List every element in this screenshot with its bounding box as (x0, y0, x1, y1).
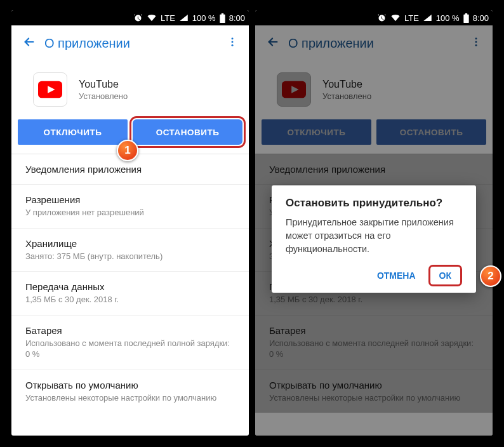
item-sub: 1,35 МБ с 30 дек. 2018 г. (269, 294, 479, 305)
svg-point-4 (475, 37, 477, 39)
item-label: Хранилище (25, 238, 235, 249)
svg-point-1 (232, 41, 234, 43)
item-sub: Занято: 375 МБ (внутр. накопитель) (25, 251, 235, 262)
phone-screenshot-left: LTE 100 % 8:00 О приложении YouTube Уста… (11, 10, 249, 436)
app-name: YouTube (322, 79, 371, 90)
list-item: БатареяИспользовано с момента последней … (255, 316, 493, 370)
action-button-row: ОТКЛЮЧИТЬ ОСТАНОВИТЬ (255, 119, 493, 154)
app-install-status: Установлено (322, 91, 371, 101)
list-item: Уведомления приложения (255, 154, 493, 185)
svg-point-6 (475, 44, 477, 46)
toolbar-title: О приложении (288, 36, 465, 51)
item-sub: 1,35 МБ с 30 дек. 2018 г. (25, 294, 235, 305)
clock: 8:00 (229, 13, 245, 23)
dialog-ok-button[interactable]: ОК (428, 265, 462, 286)
signal-icon (179, 13, 189, 22)
settings-list: Уведомления приложения РазрешенияУ прило… (11, 154, 249, 413)
wifi-icon (147, 13, 157, 22)
status-bar: LTE 100 % 8:00 (11, 10, 249, 25)
battery-icon (463, 13, 469, 23)
disable-button: ОТКЛЮЧИТЬ (262, 119, 371, 145)
item-label: Открывать по умолчанию (25, 380, 235, 390)
alarm-icon (377, 13, 387, 23)
back-arrow-icon[interactable] (17, 35, 42, 51)
dialog-body: Принудительное закрытие приложения может… (286, 216, 462, 256)
disable-button[interactable]: ОТКЛЮЧИТЬ (18, 119, 128, 145)
list-item[interactable]: Открывать по умолчаниюУстановлены некото… (11, 370, 249, 413)
item-label: Открывать по умолчанию (269, 380, 479, 390)
wifi-icon (390, 13, 401, 22)
svg-point-5 (475, 41, 477, 43)
alarm-icon (133, 13, 143, 23)
force-stop-dialog: Остановить принудительно? Принудительное… (272, 185, 476, 293)
dialog-title: Остановить принудительно? (286, 197, 462, 210)
item-sub: Использовано с момента последней полной … (269, 338, 479, 360)
item-sub: Использовано с момента последней полной … (25, 338, 235, 360)
toolbar: О приложении (255, 25, 493, 61)
item-label: Батарея (269, 325, 479, 336)
app-name: YouTube (79, 79, 128, 90)
youtube-app-icon (33, 72, 67, 107)
list-item[interactable]: Передача данных1,35 МБ с 30 дек. 2018 г. (11, 272, 249, 316)
youtube-app-icon (277, 72, 311, 107)
step-badge-2: 2 (480, 265, 501, 287)
app-header: YouTube Установлено (11, 61, 249, 119)
phone-screenshot-right: LTE 100 % 8:00 О приложении YouTube (255, 10, 493, 436)
list-item[interactable]: ХранилищеЗанято: 375 МБ (внутр. накопите… (11, 229, 249, 272)
svg-point-2 (232, 44, 234, 46)
dialog-cancel-button[interactable]: ОТМЕНА (369, 265, 423, 286)
stop-button[interactable]: ОСТАНОВИТЬ (133, 119, 242, 145)
app-header: YouTube Установлено (255, 61, 493, 119)
toolbar: О приложении (11, 25, 249, 61)
item-sub: Установлены некоторые настройки по умолч… (269, 392, 479, 404)
signal-icon (423, 13, 432, 22)
clock: 8:00 (473, 13, 489, 23)
list-item[interactable]: РазрешенияУ приложения нет разрешений (11, 185, 249, 229)
item-sub: Установлены некоторые настройки по умолч… (25, 392, 235, 404)
dialog-actions: ОТМЕНА ОК (286, 265, 462, 286)
list-item[interactable]: БатареяИспользовано с момента последней … (11, 316, 249, 370)
toolbar-title: О приложении (44, 36, 221, 51)
overflow-menu-icon (465, 36, 487, 50)
item-label: Уведомления приложения (269, 164, 479, 175)
app-install-status: Установлено (79, 91, 128, 101)
svg-point-0 (232, 37, 234, 39)
item-label: Уведомления приложения (25, 164, 235, 175)
item-sub: У приложения нет разрешений (25, 207, 235, 218)
battery-pct: 100 % (436, 13, 460, 23)
item-label: Разрешения (25, 194, 235, 205)
item-label: Батарея (25, 325, 235, 336)
stop-button: ОСТАНОВИТЬ (376, 119, 486, 145)
step-badge-1: 1 (117, 140, 138, 161)
list-item: Открывать по умолчаниюУстановлены некото… (255, 370, 493, 413)
battery-pct: 100 % (192, 13, 216, 23)
network-type: LTE (404, 13, 419, 23)
overflow-menu-icon[interactable] (221, 36, 244, 50)
network-type: LTE (161, 13, 175, 23)
battery-icon (220, 13, 225, 23)
item-label: Передача данных (25, 281, 235, 292)
status-bar: LTE 100 % 8:00 (255, 10, 493, 25)
back-arrow-icon (260, 35, 286, 51)
